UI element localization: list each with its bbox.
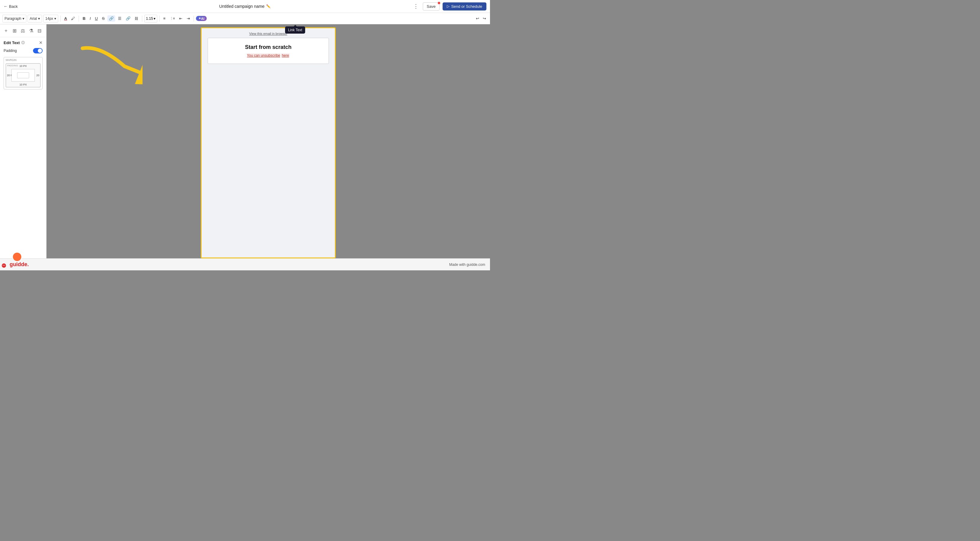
bullet-list-button[interactable]: ≡ <box>162 15 167 22</box>
unlink-icon: 🔗 <box>126 16 130 21</box>
remove-link-icon: ⛓ <box>135 16 138 21</box>
highlight-icon: 🖊 <box>71 16 75 21</box>
more-options-icon[interactable]: ⋮ <box>412 2 420 11</box>
padding-toggle[interactable] <box>33 48 43 53</box>
guidde-logo: guidde. <box>10 261 29 268</box>
redo-button[interactable]: ↪ <box>481 15 488 22</box>
indent-increase-icon: ⇥ <box>187 16 190 21</box>
top-nav: ← Back Untitled campaign name ✏️ ⋮ Save … <box>0 0 490 13</box>
undo-button[interactable]: ↩ <box>474 15 481 22</box>
indent-increase-button[interactable]: ⇥ <box>185 15 191 22</box>
blocks-icon[interactable]: ⊟ <box>38 28 41 33</box>
ai-icon: ✦ <box>198 16 201 21</box>
panel-title: Edit Text ⓘ <box>3 40 25 45</box>
padding-label: Padding <box>3 49 17 53</box>
link-text-tooltip: Link Text <box>285 26 305 33</box>
avatar <box>12 252 22 262</box>
back-arrow-icon: ← <box>3 4 8 9</box>
font-size-select[interactable]: 14px ▾ <box>43 15 58 22</box>
padding-right-value: 20 <box>36 74 39 77</box>
line-spacing-select[interactable]: 1.15 ▾ <box>144 15 157 22</box>
underline-button[interactable]: U <box>94 15 99 22</box>
made-with-label: Made with guidde.com <box>449 263 485 267</box>
link-button[interactable]: 🔗 <box>107 15 115 22</box>
unlink-button[interactable]: 🔗 <box>124 15 132 22</box>
send-icon: ▷ <box>447 4 450 8</box>
panel-header: Edit Text ⓘ ✕ <box>3 40 43 45</box>
back-label: Back <box>9 4 18 9</box>
paragraph-style-select[interactable]: Paragraph ▾ <box>2 15 26 22</box>
text-toolbar: Paragraph ▾ Arial ▾ 14px ▾ A 🖊 B I U S 🔗… <box>0 13 490 24</box>
padding-inner-box <box>11 69 35 82</box>
arrow-annotation <box>76 42 143 92</box>
remove-link-button[interactable]: ⛓ <box>133 16 140 22</box>
text-color-icon: A <box>64 16 67 21</box>
notification-dot <box>438 2 440 4</box>
bullet-list-icon: ≡ <box>163 16 165 21</box>
undo-redo-group: ↩ ↪ <box>474 15 488 22</box>
add-element-icon[interactable]: ＋ <box>3 28 8 34</box>
numbered-list-button[interactable]: ⋮≡ <box>168 16 177 21</box>
underline-icon: U <box>95 16 98 21</box>
back-button[interactable]: ← Back <box>3 4 18 9</box>
padding-bottom-value: 10 PX <box>19 83 27 86</box>
indent-decrease-icon: ⇤ <box>179 16 183 21</box>
edit-text-panel: Edit Text ⓘ ✕ Padding MARGIN PADDING 10 … <box>0 37 46 92</box>
text-color-button[interactable]: A <box>63 15 68 22</box>
strikethrough-button[interactable]: S <box>100 15 106 22</box>
main-layout: ＋ ⊞ ⚖ ⚗ ⊟ Edit Text ⓘ ✕ Padding MARGIN <box>0 24 490 258</box>
padding-center-input[interactable] <box>17 72 29 78</box>
edit-title-icon[interactable]: ✏️ <box>266 4 270 8</box>
email-preview-wrapper: View this email in browser Start from sc… <box>201 27 336 258</box>
align-button[interactable]: ☰ <box>116 15 123 22</box>
nav-right: ⋮ Save ▷ Send or Schedule <box>412 2 487 11</box>
nav-center: Untitled campaign name ✏️ <box>220 4 271 9</box>
bottom-bar: 63 guidde. Made with guidde.com <box>0 258 490 270</box>
layers-icon[interactable]: ⊞ <box>13 28 16 33</box>
link-icon: 🔗 <box>109 16 114 21</box>
beaker-icon[interactable]: ⚗ <box>29 28 33 33</box>
view-browser-link[interactable]: View this email in browser <box>249 32 288 35</box>
padding-section-label: PADDING <box>7 64 18 67</box>
chevron-down-icon: ▾ <box>38 16 40 21</box>
numbered-list-icon: ⋮≡ <box>170 16 175 21</box>
chevron-down-icon: ▾ <box>154 16 156 21</box>
panel-close-button[interactable]: ✕ <box>39 40 43 45</box>
campaign-title: Untitled campaign name <box>220 4 265 9</box>
bottom-left: 63 guidde. <box>5 261 29 268</box>
filter-icon[interactable]: ⚖ <box>21 28 25 33</box>
italic-button[interactable]: I <box>88 15 92 22</box>
strikethrough-icon: S <box>102 16 105 21</box>
arrow-svg <box>76 42 143 90</box>
chevron-down-icon: ▾ <box>22 16 24 21</box>
email-preview-inner: View this email in browser Start from sc… <box>202 28 335 67</box>
save-button[interactable]: Save <box>423 2 439 11</box>
email-headline: Start from scratch <box>214 44 323 50</box>
indent-decrease-button[interactable]: ⇤ <box>178 15 184 22</box>
email-unsubscribe: You can unsubscribe here <box>214 53 323 57</box>
unsubscribe-link[interactable]: here <box>281 53 290 57</box>
nav-left: ← Back <box>3 4 18 9</box>
ai-button[interactable]: ✦ AI <box>196 16 207 21</box>
align-icon: ☰ <box>118 16 121 21</box>
margin-label: MARGIN <box>6 59 16 62</box>
view-in-browser: View this email in browser <box>208 32 329 35</box>
toolbar-separator <box>194 16 194 22</box>
email-content-box[interactable]: Start from scratch You can unsubscribe h… <box>208 38 329 64</box>
info-icon: ⓘ <box>21 40 25 45</box>
bold-icon: B <box>83 16 85 21</box>
highlight-button[interactable]: 🖊 <box>70 15 76 22</box>
font-family-select[interactable]: Arial ▾ <box>28 15 42 22</box>
italic-icon: I <box>90 16 91 21</box>
avatar-badge: 63 <box>2 263 6 268</box>
toolbar-separator <box>142 16 142 22</box>
padding-top-value: 10 PX <box>19 65 27 67</box>
bold-button[interactable]: B <box>81 15 87 22</box>
toolbar-separator <box>159 16 160 22</box>
sidebar-top-icons: ＋ ⊞ ⚖ ⚗ ⊟ <box>0 24 46 37</box>
left-sidebar: ＋ ⊞ ⚖ ⚗ ⊟ Edit Text ⓘ ✕ Padding MARGIN <box>0 24 46 258</box>
margin-padding-box: MARGIN PADDING 10 PX 10 PX 20 PX 20 <box>3 57 43 89</box>
chevron-down-icon: ▾ <box>54 16 56 21</box>
padding-diagram: PADDING 10 PX 10 PX 20 PX 20 <box>6 63 40 88</box>
send-schedule-button[interactable]: ▷ Send or Schedule <box>442 2 487 11</box>
